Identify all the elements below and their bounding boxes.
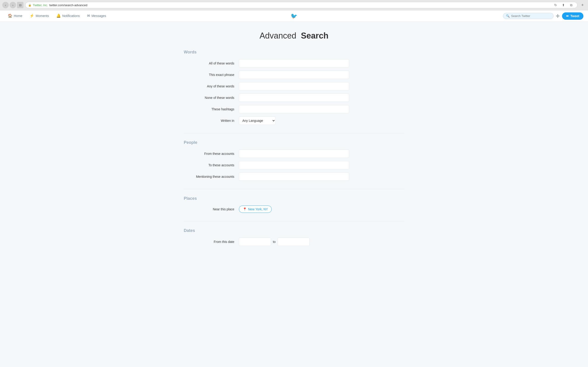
twitter-nav: 🏠 Home ⚡ Moments 🔔 Notifications ✉ Messa… <box>0 10 588 22</box>
tweet-button[interactable]: ✏ Tweet <box>562 12 583 20</box>
mentioning-accounts-row: Mentioning these accounts <box>184 173 404 181</box>
nav-home-label: Home <box>14 14 22 18</box>
written-in-label: Written in <box>184 119 234 123</box>
place-button[interactable]: 📍 New York, NY <box>239 206 272 213</box>
nav-messages[interactable]: ✉ Messages <box>84 10 109 22</box>
to-accounts-row: To these accounts <box>184 161 404 169</box>
places-heading: Places <box>184 196 404 201</box>
dates-section: Dates From this date to <box>184 228 404 246</box>
new-tab-button[interactable]: + <box>579 2 586 8</box>
nav-moments[interactable]: ⚡ Moments <box>26 10 52 22</box>
url-domain: Twitter, Inc. <box>33 3 48 7</box>
search-icon: 🔍 <box>506 14 510 18</box>
all-words-row: All of these words <box>184 59 404 67</box>
exact-phrase-row: This exact phrase <box>184 71 404 79</box>
forward-button[interactable]: › <box>10 2 16 8</box>
to-date-input[interactable] <box>277 238 310 246</box>
words-section: Words All of these words This exact phra… <box>184 50 404 125</box>
people-section: People From these accounts To these acco… <box>184 140 404 181</box>
nav-center: 🐦 <box>291 13 297 19</box>
from-accounts-row: From these accounts <box>184 150 404 158</box>
home-icon: 🏠 <box>8 14 12 18</box>
from-date-label: From this date <box>184 240 234 244</box>
refresh-button[interactable]: ↻ <box>552 2 559 8</box>
divider-people-places <box>184 189 404 189</box>
search-bar[interactable]: 🔍 <box>503 13 553 19</box>
url-bar[interactable]: 🔒 Twitter, Inc. twitter.com/search-advan… <box>25 2 578 8</box>
any-words-label: Any of these words <box>184 84 234 88</box>
main-content: Advanced Search Words All of these words… <box>179 22 409 268</box>
back-button[interactable]: ‹ <box>2 2 9 8</box>
from-accounts-label: From these accounts <box>184 152 234 156</box>
nav-moments-label: Moments <box>36 14 49 18</box>
browser-chrome: ‹ › ⊟ 🔒 Twitter, Inc. twitter.com/search… <box>0 0 588 10</box>
hashtags-row: These hashtags <box>184 105 404 113</box>
nav-notifications[interactable]: 🔔 Notifications <box>53 10 83 22</box>
messages-icon: ✉ <box>87 14 90 18</box>
to-accounts-label: To these accounts <box>184 163 234 167</box>
any-words-input[interactable] <box>239 82 349 90</box>
mentioning-accounts-label: Mentioning these accounts <box>184 175 234 178</box>
all-words-label: All of these words <box>184 61 234 65</box>
nav-notifications-label: Notifications <box>62 14 80 18</box>
tab-view-button[interactable]: ⊟ <box>17 2 23 8</box>
date-inputs: to <box>239 238 310 246</box>
title-bold: Search <box>301 31 329 40</box>
dates-heading: Dates <box>184 228 404 233</box>
none-words-row: None of these words <box>184 94 404 102</box>
hashtags-input[interactable] <box>239 105 349 113</box>
language-select[interactable]: Any Language English Spanish French Germ… <box>239 117 276 125</box>
date-to-text: to <box>273 240 276 244</box>
browser-nav-buttons: ‹ › ⊟ <box>2 2 23 8</box>
twitter-logo: 🐦 <box>291 13 297 19</box>
page-title: Advanced Search <box>184 31 404 41</box>
near-place-label: Near this place <box>184 207 234 211</box>
nav-home[interactable]: 🏠 Home <box>5 10 26 22</box>
words-heading: Words <box>184 50 404 55</box>
place-value: New York, NY <box>248 207 268 211</box>
pin-icon: 📍 <box>243 207 247 211</box>
hashtags-label: These hashtags <box>184 107 234 111</box>
share-button[interactable]: ⬆ <box>560 2 567 8</box>
none-words-input[interactable] <box>239 94 349 102</box>
nav-right: 🔍 ✛ ✏ Tweet <box>503 12 583 20</box>
exact-phrase-input[interactable] <box>239 71 349 79</box>
all-words-input[interactable] <box>239 59 349 67</box>
people-heading: People <box>184 140 404 145</box>
any-words-row: Any of these words <box>184 82 404 90</box>
tab-button[interactable]: ⧉ <box>568 2 574 8</box>
none-words-label: None of these words <box>184 96 234 100</box>
mentioning-accounts-input[interactable] <box>239 173 349 181</box>
near-place-row: Near this place 📍 New York, NY <box>184 206 404 213</box>
notifications-icon: 🔔 <box>56 14 61 18</box>
ssl-lock-icon: 🔒 <box>28 4 32 7</box>
title-light: Advanced <box>259 31 296 40</box>
from-date-input[interactable] <box>239 238 271 246</box>
url-path: twitter.com/search-advanced <box>49 3 87 7</box>
places-section: Places Near this place 📍 New York, NY <box>184 196 404 213</box>
from-date-row: From this date to <box>184 238 404 246</box>
nav-messages-label: Messages <box>91 14 106 18</box>
move-icon: ✛ <box>556 13 560 19</box>
tweet-button-label: Tweet <box>570 14 579 18</box>
search-input[interactable] <box>511 14 551 18</box>
written-in-row: Written in Any Language English Spanish … <box>184 117 404 125</box>
moments-icon: ⚡ <box>30 14 34 18</box>
exact-phrase-label: This exact phrase <box>184 73 234 77</box>
divider-places-dates <box>184 221 404 221</box>
to-accounts-input[interactable] <box>239 161 349 169</box>
from-accounts-input[interactable] <box>239 150 349 158</box>
tweet-edit-icon: ✏ <box>566 14 569 18</box>
nav-left: 🏠 Home ⚡ Moments 🔔 Notifications ✉ Messa… <box>5 10 109 22</box>
divider-words-people <box>184 133 404 133</box>
